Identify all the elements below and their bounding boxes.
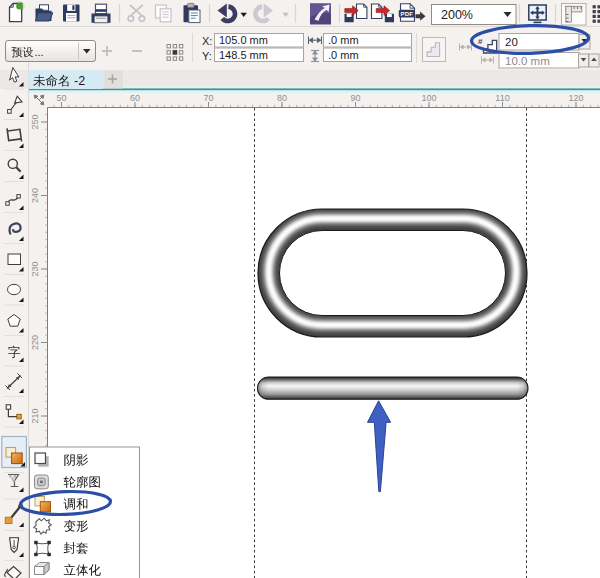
svg-text:148.5 mm: 148.5 mm [219,49,268,61]
svg-text:70: 70 [203,93,213,103]
svg-text:20: 20 [505,36,518,48]
svg-text:120: 120 [568,93,583,103]
svg-text:Y:: Y: [202,50,212,62]
svg-text:220: 220 [30,335,40,350]
svg-text:.0 mm: .0 mm [328,34,359,46]
svg-text:110: 110 [495,93,509,103]
svg-text:60: 60 [130,93,140,103]
svg-text:50: 50 [56,93,66,103]
svg-text:-2: -2 [74,74,85,88]
svg-text:105.0 mm: 105.0 mm [219,34,268,46]
svg-text:80: 80 [277,93,287,103]
svg-text:...: ... [35,46,44,58]
svg-text:230: 230 [30,261,40,276]
svg-text:210: 210 [30,408,40,423]
svg-text:240: 240 [30,188,40,203]
svg-text:PDF: PDF [401,11,414,17]
svg-text:90: 90 [350,93,360,103]
svg-text:10.0 mm: 10.0 mm [505,55,550,67]
svg-text:X:: X: [202,35,212,47]
svg-text:.0 mm: .0 mm [328,49,359,61]
svg-text:100: 100 [421,93,436,103]
svg-text:#: # [478,37,483,46]
svg-text:200%: 200% [441,8,473,22]
svg-text:250: 250 [30,114,40,129]
